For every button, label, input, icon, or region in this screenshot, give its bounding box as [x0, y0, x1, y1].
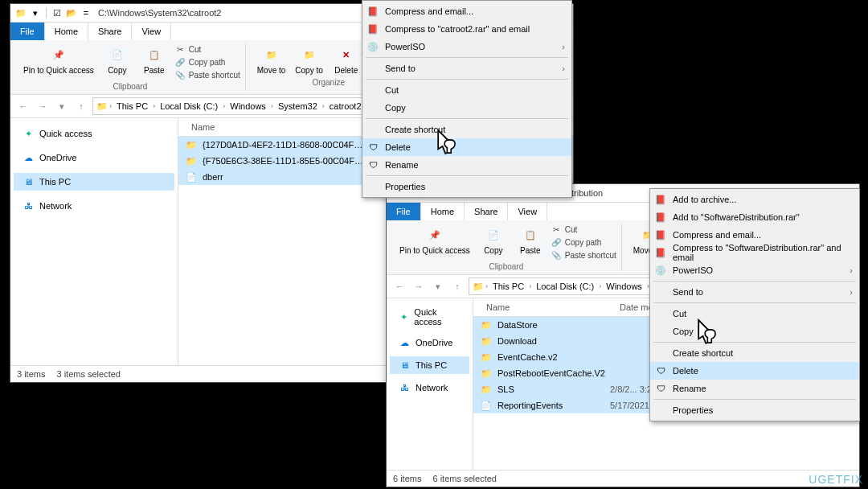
sidebar-item-onedrive[interactable]: ☁OneDrive	[14, 149, 174, 166]
tab-file[interactable]: File	[387, 203, 421, 220]
col-name[interactable]: Name	[185, 122, 358, 132]
paste-shortcut-icon: 📎	[174, 69, 186, 80]
file-name: PostRebootEventCache.V2	[497, 368, 610, 378]
sidebar-item-onedrive[interactable]: ☁OneDrive	[390, 334, 469, 351]
group-label: Organize	[312, 78, 345, 87]
group-label: Clipboard	[113, 82, 147, 91]
menu-item[interactable]: Create shortcut	[362, 121, 571, 138]
sidebar-item-network[interactable]: 🖧Network	[14, 197, 174, 215]
menu-item[interactable]: Cut	[650, 305, 859, 323]
breadcrumb-segment[interactable]: Local Disk (C:)	[157, 101, 221, 111]
menu-item[interactable]: 💿PowerISO›	[650, 261, 859, 279]
breadcrumb-segment[interactable]: System32	[275, 101, 321, 111]
menu-item[interactable]: 📕Compress and email...	[650, 226, 859, 244]
paste-button[interactable]: 📋Paste	[137, 43, 171, 76]
menu-item[interactable]: 📕Compress and email...	[362, 2, 571, 20]
cut-button[interactable]: ✂Cut	[174, 43, 240, 55]
menu-item[interactable]: Copy	[362, 99, 571, 117]
menu-item-label: Compress to "SoftwareDistribution.rar" a…	[673, 243, 853, 262]
copy-to-button[interactable]: 📁Copy to	[292, 43, 326, 76]
up-button[interactable]: ↑	[449, 278, 465, 294]
menu-item[interactable]: 📕Compress to "SoftwareDistribution.rar" …	[650, 244, 859, 261]
paste-shortcut-button[interactable]: 📎Paste shortcut	[551, 249, 616, 261]
sidebar-item-network[interactable]: 🖧Network	[390, 379, 469, 397]
chevron-down-icon[interactable]: ▾	[430, 278, 446, 294]
menu-item[interactable]: Send to›	[362, 60, 571, 77]
menu-item[interactable]: Copy	[650, 323, 859, 340]
copy-path-button[interactable]: 🔗Copy path	[551, 236, 616, 248]
breadcrumb-segment[interactable]: Windows	[603, 281, 645, 291]
back-button[interactable]: ←	[15, 98, 31, 114]
back-button[interactable]: ←	[391, 278, 407, 294]
tab-home[interactable]: Home	[421, 203, 465, 220]
menu-item[interactable]: Send to›	[650, 283, 859, 301]
menu-item-label: Properties	[673, 405, 713, 415]
shield-icon: 🛡	[653, 381, 668, 396]
file-name: DataStore	[497, 320, 610, 330]
copy-button[interactable]: 📄Copy	[477, 224, 510, 257]
equals-icon[interactable]: =	[80, 7, 92, 18]
pin-button[interactable]: 📌Pin to Quick access	[20, 43, 97, 76]
menu-item[interactable]: 📕Add to "SoftwareDistribution.rar"	[650, 208, 859, 226]
folder-icon: 📁	[96, 101, 108, 112]
sidebar-item-thispc[interactable]: 🖥This PC	[390, 356, 469, 374]
delete-button[interactable]: ✕Delete	[330, 43, 363, 76]
copy-button[interactable]: 📄Copy	[100, 43, 134, 76]
pc-icon: 🖥	[22, 175, 35, 188]
menu-item[interactable]: Cut	[362, 81, 571, 99]
paste-shortcut-button[interactable]: 📎Paste shortcut	[174, 69, 240, 80]
rar-icon: 📕	[366, 22, 380, 36]
star-icon: ✦	[398, 310, 409, 323]
menu-item[interactable]: 🛡Delete	[362, 138, 571, 156]
tab-home[interactable]: Home	[45, 23, 88, 40]
context-menu[interactable]: 📕Add to archive...📕Add to "SoftwareDistr…	[649, 188, 860, 421]
menu-item[interactable]: 📕Compress to "catroot2.rar" and email	[362, 20, 571, 38]
chevron-down-icon[interactable]: ▾	[30, 7, 41, 18]
sidebar-item-thispc[interactable]: 🖥This PC	[14, 173, 174, 191]
menu-item-label: Copy	[385, 103, 406, 113]
forward-button[interactable]: →	[411, 278, 427, 294]
pin-button[interactable]: 📌Pin to Quick access	[396, 224, 473, 257]
col-name[interactable]: Name	[480, 302, 613, 312]
sidebar-item-quick-access[interactable]: ✦Quick access	[14, 125, 174, 142]
chevron-down-icon[interactable]: ▾	[54, 98, 70, 114]
breadcrumb-segment[interactable]: Windows	[227, 101, 269, 111]
file-name: {127D0A1D-4EF2-11D1-8608-00C04FC295...	[203, 140, 363, 150]
menu-item[interactable]: 🛡Rename	[650, 380, 859, 397]
chevron-right-icon: ›	[562, 42, 565, 51]
delete-icon: ✕	[337, 45, 356, 64]
tab-share[interactable]: Share	[88, 23, 132, 40]
menu-item-label: Delete	[385, 142, 411, 152]
breadcrumb-segment[interactable]: catroot2	[326, 101, 365, 111]
cut-button[interactable]: ✂Cut	[551, 224, 616, 235]
context-menu[interactable]: 📕Compress and email...📕Compress to "catr…	[362, 0, 572, 198]
tab-view[interactable]: View	[508, 203, 547, 220]
tab-share[interactable]: Share	[465, 203, 508, 220]
breadcrumb-segment[interactable]: This PC	[489, 281, 527, 291]
menu-item[interactable]: Create shortcut	[650, 344, 859, 362]
menu-item[interactable]: 📕Add to archive...	[650, 191, 859, 208]
menu-item-label: Cut	[673, 309, 686, 318]
move-to-button[interactable]: 📁Move to	[254, 43, 289, 76]
menu-item[interactable]: Properties	[362, 178, 571, 195]
tab-view[interactable]: View	[132, 23, 171, 40]
cut-icon: ✂	[174, 43, 186, 55]
breadcrumb-segment[interactable]: This PC	[113, 101, 151, 111]
checkbox-icon[interactable]: ☑	[51, 7, 63, 18]
menu-item[interactable]: 🛡Delete	[650, 362, 859, 380]
menu-item[interactable]: 🛡Rename	[362, 156, 571, 174]
folder-icon: 📁	[185, 138, 198, 151]
sidebar-item-quick-access[interactable]: ✦Quick access	[390, 305, 469, 329]
menu-item[interactable]: Properties	[650, 401, 859, 419]
up-button[interactable]: ↑	[73, 98, 89, 114]
copy-path-button[interactable]: 🔗Copy path	[174, 56, 240, 68]
paste-button[interactable]: 📋Paste	[514, 224, 547, 257]
tab-file[interactable]: File	[10, 23, 45, 40]
breadcrumb-segment[interactable]: Local Disk (C:)	[533, 281, 597, 291]
menu-item-label: Delete	[673, 366, 698, 376]
shield-icon: 🛡	[653, 364, 668, 378]
menu-item[interactable]: 💿PowerISO›	[362, 38, 571, 55]
forward-button[interactable]: →	[35, 98, 51, 114]
folder-icon: 📁	[15, 7, 27, 18]
network-icon: 🖧	[398, 381, 411, 394]
